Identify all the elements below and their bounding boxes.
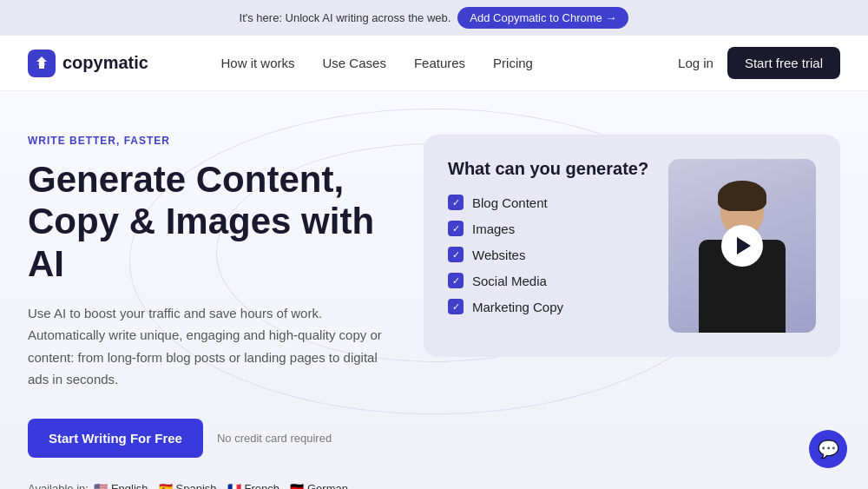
- person-hair: [718, 181, 766, 211]
- banner-cta-button[interactable]: Add Copymatic to Chrome →: [457, 7, 628, 29]
- main-hero: WRITE BETTER, FASTER Generate Content, C…: [0, 91, 868, 489]
- chat-icon: 💬: [818, 439, 839, 459]
- logo-text: copymatic: [62, 53, 148, 73]
- check-label-websites: Websites: [472, 248, 525, 262]
- cta-row: Start Writing For Free No credit card re…: [28, 419, 389, 458]
- chat-button[interactable]: 💬: [809, 430, 847, 468]
- login-button[interactable]: Log in: [678, 56, 713, 70]
- start-writing-button[interactable]: Start Writing For Free: [28, 419, 203, 458]
- flag-english: 🇺🇸: [94, 482, 108, 489]
- check-icon-images: ✓: [448, 221, 464, 236]
- navbar: copymatic How it works Use Cases Feature…: [0, 36, 868, 91]
- lang-german-label: German: [307, 482, 348, 489]
- check-label-blog: Blog Content: [472, 195, 548, 210]
- svg-rect-0: [38, 63, 45, 65]
- check-icon-marketing: ✓: [448, 299, 464, 314]
- nav-how-it-works[interactable]: How it works: [221, 56, 295, 70]
- hero-eyebrow: WRITE BETTER, FASTER: [28, 135, 389, 147]
- banner-text: It's here: Unlock AI writing across the …: [240, 11, 451, 24]
- check-icon-websites: ✓: [448, 247, 464, 262]
- flag-spanish: 🇪🇸: [159, 482, 173, 489]
- check-websites: ✓ Websites: [448, 247, 651, 262]
- lang-spanish-label: Spanish: [176, 482, 217, 489]
- hero-title-line2: Copy & Images with AI: [28, 201, 374, 283]
- trial-button[interactable]: Start free trial: [727, 47, 840, 79]
- flag-german: 🇩🇪: [290, 482, 304, 489]
- no-credit-card-text: No credit card required: [217, 432, 332, 445]
- check-label-marketing: Marketing Copy: [472, 300, 563, 314]
- card-title: What can you generate?: [448, 159, 651, 179]
- logo-icon: [28, 50, 56, 77]
- lang-spanish: 🇪🇸 Spanish: [159, 482, 217, 489]
- lang-german: 🇩🇪 German: [290, 482, 348, 489]
- check-icon-social: ✓: [448, 273, 464, 288]
- nav-right: Log in Start free trial: [678, 47, 840, 79]
- hero-left: WRITE BETTER, FASTER Generate Content, C…: [28, 135, 389, 489]
- lang-french-label: French: [245, 482, 279, 489]
- hero-title: Generate Content, Copy & Images with AI: [28, 159, 389, 285]
- play-button[interactable]: [721, 225, 763, 267]
- check-images: ✓ Images: [448, 221, 651, 236]
- hero-description: Use AI to boost your traffic and save ho…: [28, 302, 389, 391]
- card-right: [668, 159, 816, 333]
- hero-right: What can you generate? ✓ Blog Content ✓ …: [424, 135, 840, 357]
- available-in: Available in: 🇺🇸 English 🇪🇸 Spanish 🇫🇷 F…: [28, 482, 389, 489]
- check-blog-content: ✓ Blog Content: [448, 195, 651, 210]
- hero-title-line1: Generate Content,: [28, 159, 344, 200]
- lang-english-label: English: [111, 482, 148, 489]
- card-left: What can you generate? ✓ Blog Content ✓ …: [448, 159, 651, 314]
- lang-english: 🇺🇸 English: [94, 482, 148, 489]
- lang-french: 🇫🇷 French: [227, 482, 279, 489]
- nav-features[interactable]: Features: [414, 56, 465, 70]
- flag-french: 🇫🇷: [227, 482, 241, 489]
- nav-pricing[interactable]: Pricing: [493, 56, 533, 70]
- logo[interactable]: copymatic: [28, 50, 148, 77]
- check-list: ✓ Blog Content ✓ Images ✓ Websites ✓ Soc…: [448, 195, 651, 314]
- top-banner: It's here: Unlock AI writing across the …: [0, 0, 868, 36]
- check-label-social: Social Media: [472, 274, 547, 288]
- generate-card: What can you generate? ✓ Blog Content ✓ …: [424, 135, 840, 357]
- check-icon-blog: ✓: [448, 195, 464, 210]
- check-label-images: Images: [472, 221, 515, 236]
- check-social-media: ✓ Social Media: [448, 273, 651, 288]
- play-icon: [737, 237, 751, 254]
- check-marketing-copy: ✓ Marketing Copy: [448, 299, 651, 314]
- nav-use-cases[interactable]: Use Cases: [323, 56, 386, 70]
- available-in-label: Available in:: [28, 482, 89, 489]
- nav-links: How it works Use Cases Features Pricing: [221, 56, 533, 71]
